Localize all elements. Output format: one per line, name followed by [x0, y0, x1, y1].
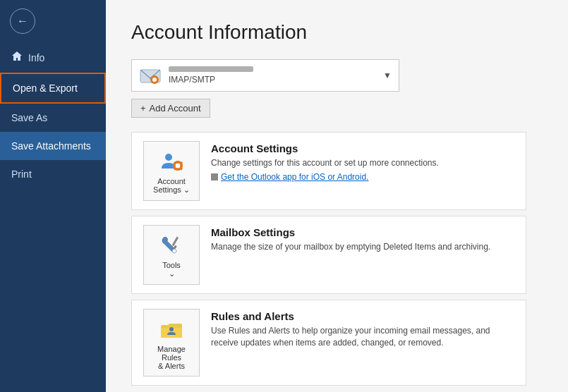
- svg-rect-3: [154, 75, 155, 78]
- svg-rect-4: [154, 82, 155, 84]
- sidebar-item-open-export-label: Open & Export: [13, 82, 78, 94]
- link-square-icon: [211, 173, 218, 180]
- rules-alerts-icon: [159, 317, 184, 342]
- add-icon: +: [140, 103, 146, 114]
- main-content: Account Information IMAP/SMTP ▼ +: [106, 0, 568, 392]
- account-settings-desc: Change settings for this account or set …: [211, 157, 514, 169]
- account-settings-button[interactable]: AccountSettings ⌄: [143, 141, 200, 201]
- sidebar-item-save-as[interactable]: Save As: [0, 104, 106, 132]
- mailbox-settings-desc: Manage the size of your mailbox by empty…: [211, 241, 514, 253]
- sidebar-item-save-as-label: Save As: [11, 112, 47, 123]
- account-settings-text: Account Settings Change settings for thi…: [211, 141, 514, 182]
- svg-rect-12: [173, 165, 176, 167]
- sidebar-item-print-label: Print: [11, 169, 32, 180]
- svg-point-9: [176, 164, 181, 169]
- svg-point-18: [173, 250, 176, 253]
- rules-alerts-desc: Use Rules and Alerts to help organize yo…: [211, 325, 514, 349]
- sidebar-item-save-attachments[interactable]: Save Attachments: [0, 132, 106, 160]
- account-settings-btn-label: AccountSettings ⌄: [153, 177, 190, 195]
- get-outlook-link-text: Get the Outlook app for iOS or Android.: [221, 172, 368, 182]
- rules-alerts-title: Rules and Alerts: [211, 310, 514, 322]
- rules-alerts-text: Rules and Alerts Use Rules and Alerts to…: [211, 309, 514, 352]
- account-settings-title: Account Settings: [211, 142, 514, 154]
- tools-icon: [159, 233, 184, 258]
- sidebar-item-info[interactable]: Info: [0, 42, 106, 73]
- sidebar-item-open-export[interactable]: Open & Export: [0, 73, 106, 104]
- dropdown-arrow-icon: ▼: [383, 71, 392, 80]
- svg-rect-11: [177, 169, 179, 171]
- account-settings-icon: [159, 149, 184, 174]
- sidebar-item-save-attachments-label: Save Attachments: [11, 140, 91, 152]
- svg-rect-19: [172, 236, 179, 246]
- mailbox-settings-text: Mailbox Settings Manage the size of your…: [211, 225, 514, 256]
- account-info: IMAP/SMTP: [169, 66, 377, 85]
- mailbox-settings-card: Tools⌄ Mailbox Settings Manage the size …: [131, 216, 526, 294]
- account-type: IMAP/SMTP: [169, 75, 377, 85]
- sidebar-item-print[interactable]: Print: [0, 160, 106, 188]
- sidebar: ← Info Open & Export Save As Save Attach…: [0, 0, 106, 392]
- manage-rules-button[interactable]: Manage Rules& Alerts: [143, 309, 200, 376]
- back-icon: ←: [17, 15, 28, 27]
- svg-rect-13: [181, 165, 183, 167]
- svg-point-21: [169, 327, 174, 331]
- tools-btn-label: Tools⌄: [162, 261, 181, 278]
- add-account-label: Add Account: [150, 103, 201, 114]
- add-account-button[interactable]: + Add Account: [131, 99, 210, 118]
- get-outlook-app-link[interactable]: Get the Outlook app for iOS or Android.: [211, 172, 514, 182]
- account-selector-icon: [139, 64, 162, 87]
- account-selector[interactable]: IMAP/SMTP ▼: [131, 59, 399, 92]
- account-name-bar: [169, 66, 253, 72]
- tools-button[interactable]: Tools⌄: [143, 225, 200, 285]
- page-title: Account Information: [131, 21, 543, 44]
- account-settings-card: AccountSettings ⌄ Account Settings Chang…: [131, 132, 526, 210]
- svg-point-7: [165, 154, 172, 161]
- sidebar-item-info-label: Info: [28, 52, 44, 63]
- back-button[interactable]: ←: [10, 8, 35, 34]
- svg-point-2: [152, 78, 157, 82]
- manage-rules-btn-label: Manage Rules& Alerts: [148, 345, 195, 370]
- home-icon: [11, 51, 23, 64]
- svg-rect-6: [157, 79, 159, 80]
- svg-rect-10: [177, 161, 179, 164]
- mailbox-settings-title: Mailbox Settings: [211, 226, 514, 238]
- rules-alerts-card: Manage Rules& Alerts Rules and Alerts Us…: [131, 300, 526, 386]
- svg-rect-5: [150, 79, 152, 80]
